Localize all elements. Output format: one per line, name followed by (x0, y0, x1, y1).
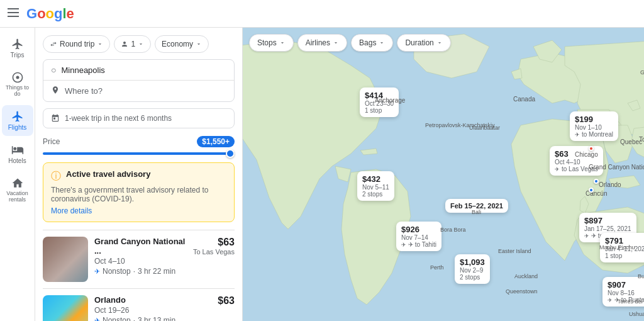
header: Google (0, 0, 644, 28)
advisory-link[interactable]: More details (51, 206, 92, 215)
origin-row: ○ (43, 60, 234, 81)
price-bubble-9[interactable]: $791Jan 4–11, 20211 stop (600, 233, 644, 262)
result-info-0: Grand Canyon National ... Oct 4–10 ✈ Non… (94, 237, 187, 282)
svg-rect-0 (8, 8, 19, 9)
filter-duration-label: Duration (405, 38, 433, 47)
filter-airlines-button[interactable]: Airlines (297, 34, 347, 52)
passengers-label: 1 (131, 40, 135, 48)
destination-row (43, 81, 234, 101)
advisory-title: Active travel advisory (66, 169, 150, 179)
advisory: ⓘ Active travel advisory There's a gover… (43, 162, 235, 222)
destination-icon (51, 86, 60, 96)
result-flight-0: ✈ Nonstop · 3 hr 22 min (94, 267, 187, 276)
map-dot-2 (589, 188, 594, 193)
svg-rect-1 (8, 12, 19, 13)
sidebar-item-hotels-label: Hotels (8, 157, 26, 164)
price-bubble-10[interactable]: $907Nov 8–16✈ ✈ to Punta Arenas (602, 277, 644, 307)
svg-rect-2 (8, 16, 19, 17)
filter-stops-label: Stops (257, 38, 277, 47)
result-dates-1: Oct 19–26 (94, 306, 211, 315)
price-bubble-0[interactable]: $414Oct 23–301 stop (360, 87, 399, 117)
sidebar-item-vacation-rentals[interactable]: Vacation rentals (2, 172, 33, 208)
advisory-text: There's a government travel advisory rel… (51, 186, 226, 203)
price-bubble-3[interactable]: $432Nov 5–112 stops (357, 171, 394, 201)
price-bubble-2[interactable]: $63Oct 4–10✈ to Las Vegas (550, 146, 603, 176)
price-bubble-6[interactable]: Feb 15–22, 2021 (445, 199, 508, 213)
search-panel: Round trip 1 Economy ○ (35, 28, 243, 321)
price-bubble-5[interactable]: $1,093Nov 2–92 stops (455, 254, 490, 284)
slider-thumb[interactable] (226, 149, 235, 158)
filter-bags-button[interactable]: Bags (351, 34, 393, 52)
cabin-button[interactable]: Economy (155, 35, 209, 53)
sidebar-item-flights[interactable]: Flights (2, 105, 33, 136)
origin-icon: ○ (51, 65, 56, 75)
result-name-1: Orlando (94, 295, 211, 305)
main-container: Trips Things to do Flights Hotels Vacati… (0, 28, 644, 321)
date-row[interactable]: 1-week trip in the next 6 months (43, 108, 235, 128)
sidebar-item-things-to-do[interactable]: Things to do (2, 66, 33, 103)
result-duration-0: 3 hr 22 min (138, 267, 175, 276)
filter-airlines-label: Airlines (306, 38, 330, 47)
sidebar-item-hotels[interactable]: Hotels (2, 138, 33, 169)
origin-input[interactable] (61, 65, 226, 75)
price-slider[interactable] (43, 152, 235, 155)
destination-input[interactable] (65, 86, 226, 96)
sidebar-nav: Trips Things to do Flights Hotels Vacati… (0, 28, 35, 321)
google-logo: Google (26, 6, 74, 22)
price-label: Price (43, 137, 60, 146)
filter-bags-label: Bags (359, 38, 376, 47)
advisory-icon: ⓘ (51, 170, 61, 183)
price-badge: $1,550+ (197, 136, 235, 147)
passengers-button[interactable]: 1 (114, 35, 151, 53)
filter-duration-button[interactable]: Duration (397, 34, 450, 52)
result-name-0: Grand Canyon National ... (94, 237, 187, 256)
location-inputs: ○ (43, 59, 235, 102)
price-bubble-4[interactable]: $926Nov 7–14✈ ✈ to Tahiti (396, 222, 441, 251)
result-card-0[interactable]: Grand Canyon National ... Oct 4–10 ✈ Non… (43, 230, 235, 288)
result-thumb-1 (43, 295, 88, 321)
sidebar-item-flights-label: Flights (8, 124, 26, 131)
filter-bar: Stops Airlines Bags Duration (249, 34, 451, 52)
result-thumb-0 (43, 237, 88, 282)
price-bubble-1[interactable]: $199Nov 1–10✈ to Montreal (570, 111, 618, 141)
menu-icon[interactable] (8, 7, 19, 20)
trip-options: Round trip 1 Economy (43, 35, 235, 53)
nonstop-icon-1: ✈ (94, 317, 100, 322)
price-section: Price $1,550+ (43, 136, 235, 155)
result-price-row-1: $63 (218, 295, 235, 321)
sidebar-item-trips-label: Trips (11, 52, 25, 59)
result-info-1: Orlando Oct 19–26 ✈ Nonstop · 3 hr 13 mi… (94, 295, 211, 321)
result-price-0: $63 (193, 237, 235, 248)
map-dot-0 (589, 146, 594, 151)
result-flight-type-0: Nonstop (103, 267, 131, 276)
svg-point-3 (16, 76, 19, 79)
result-duration-1: 3 hr 13 min (138, 316, 175, 321)
sidebar-item-vacation-rentals-label: Vacation rentals (4, 191, 31, 203)
result-price-sub-0: To Las Vegas (193, 248, 235, 256)
result-dates-0: Oct 4–10 (94, 257, 187, 266)
filter-stops-button[interactable]: Stops (249, 34, 294, 52)
result-price-1: $63 (218, 295, 235, 307)
map-dot-1 (594, 179, 599, 184)
date-label: 1-week trip in the next 6 months (65, 114, 172, 123)
sidebar-item-trips[interactable]: Trips (2, 33, 33, 64)
cabin-label: Economy (162, 40, 193, 48)
result-flight-1: ✈ Nonstop · 3 hr 13 min (94, 316, 211, 321)
result-flight-type-1: Nonstop (103, 316, 131, 321)
trip-type-label: Round trip (60, 40, 94, 48)
result-card-1[interactable]: Orlando Oct 19–26 ✈ Nonstop · 3 hr 13 mi… (43, 288, 235, 321)
sidebar-item-things-to-do-label: Things to do (4, 85, 31, 98)
result-price-row-0: $63 To Las Vegas (193, 237, 235, 282)
map-area[interactable]: Stops Airlines Bags Duration $414Oct 23–… (243, 28, 644, 321)
nonstop-icon-0: ✈ (94, 268, 100, 276)
trip-type-button[interactable]: Round trip (43, 35, 110, 53)
